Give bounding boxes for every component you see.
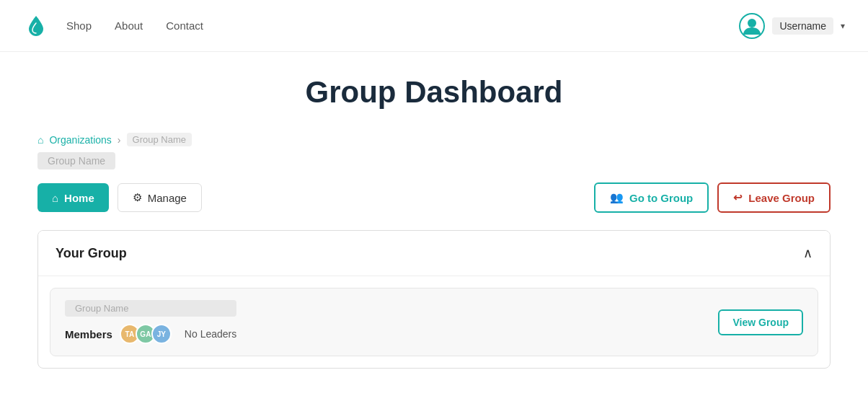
go-to-group-label: Go to Group [629,192,693,204]
manage-button[interactable]: ⚙ Manage [118,183,202,212]
chevron-down-icon[interactable]: ▾ [841,21,845,31]
go-to-group-button[interactable]: 👥 Go to Group [594,182,709,213]
no-leaders-label: No Leaders [185,328,236,340]
nav-links: Shop About Contact [66,19,739,32]
nav-about[interactable]: About [115,19,143,32]
user-avatar-icon [739,13,765,39]
leave-icon: ↩ [733,191,743,204]
action-bar: ⌂ Home ⚙ Manage 👥 Go to Group ↩ Leave Gr… [37,182,831,213]
member-avatars: TA GA JY [120,324,172,344]
group-card-name: Group Name [65,300,236,317]
home-icon: ⌂ [52,192,58,204]
manage-button-label: Manage [148,192,187,204]
gear-icon: ⚙ [133,191,142,204]
breadcrumb: ⌂ Organizations › Group Name [37,133,831,146]
action-bar-right: 👥 Go to Group ↩ Leave Group [594,182,831,213]
nav-shop[interactable]: Shop [66,19,92,32]
your-group-title: Your Group [56,246,127,261]
breadcrumb-separator: › [118,134,121,146]
breadcrumb-current: Group Name [127,133,192,146]
breadcrumb-organizations-link[interactable]: Organizations [49,134,111,146]
page-content: Group Dashboard ⌂ Organizations › Group … [23,52,845,392]
home-button[interactable]: ⌂ Home [37,183,109,212]
svg-point-1 [748,19,756,27]
navbar-username: Username [772,17,833,35]
home-breadcrumb-icon: ⌂ [37,134,43,146]
group-name-badge: Group Name [37,152,115,169]
action-bar-left: ⌂ Home ⚙ Manage [37,183,202,212]
collapse-icon[interactable]: ∧ [803,245,812,261]
your-group-section: Your Group ∧ Group Name Members TA GA JY… [37,230,831,369]
navbar-right: Username ▾ [739,13,845,39]
leave-group-button[interactable]: ↩ Leave Group [717,182,831,213]
group-card: Group Name Members TA GA JY No Leaders V… [50,288,818,356]
members-label: Members [65,328,112,340]
member-avatar-jy: JY [151,324,172,344]
nav-contact[interactable]: Contact [166,19,203,32]
page-title: Group Dashboard [37,75,831,110]
navbar: Shop About Contact Username ▾ [0,0,868,52]
group-card-members: Members TA GA JY No Leaders [65,324,236,344]
group-card-left: Group Name Members TA GA JY No Leaders [65,300,236,344]
your-group-header: Your Group ∧ [38,231,830,276]
logo-icon[interactable] [23,13,49,39]
leave-group-label: Leave Group [748,192,815,204]
view-group-button[interactable]: View Group [718,309,803,335]
group-icon: 👥 [610,191,624,204]
home-button-label: Home [64,192,94,204]
